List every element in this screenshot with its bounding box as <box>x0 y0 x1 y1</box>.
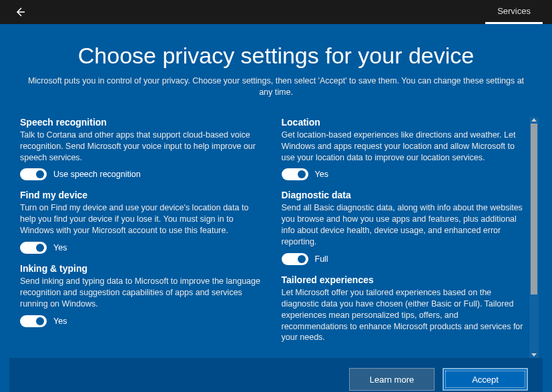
scrollbar-thumb[interactable] <box>531 124 537 295</box>
setting-description: Turn on Find my device and use your devi… <box>20 202 266 236</box>
toggle-row: Yes <box>282 168 527 180</box>
learn-more-button[interactable]: Learn more <box>349 368 435 391</box>
setting-location: Location Get location-based experiences … <box>282 117 527 181</box>
tab-services[interactable]: Services <box>485 0 543 24</box>
back-button[interactable] <box>12 4 28 20</box>
settings-left-column: Speech recognition Talk to Cortana and o… <box>20 117 266 359</box>
setting-description: Let Microsoft offer you tailored experie… <box>282 287 527 343</box>
setting-find-my-device: Find my device Turn on Find my device an… <box>20 190 266 254</box>
toggle-find-my-device[interactable] <box>20 242 47 254</box>
setting-title: Tailored experiences <box>282 274 527 285</box>
toggle-knob <box>298 170 306 178</box>
toggle-row: Yes <box>20 315 266 327</box>
setting-title: Location <box>282 117 527 128</box>
tab-strip: Services <box>485 0 543 24</box>
setting-title: Find my device <box>20 190 266 200</box>
page-title: Choose privacy settings for your device <box>23 43 529 69</box>
content-area: Choose privacy settings for your device … <box>0 24 552 392</box>
setting-title: Inking & typing <box>20 263 266 274</box>
arrow-left-icon <box>14 6 26 18</box>
setting-inking-typing: Inking & typing Send inking and typing d… <box>20 263 266 327</box>
accept-button[interactable]: Accept <box>443 368 528 391</box>
scrollbar-track[interactable] <box>529 124 539 352</box>
toggle-diagnostic-data[interactable] <box>282 253 308 265</box>
page-subtitle: Microsoft puts you in control of your pr… <box>23 75 529 98</box>
toggle-speech-recognition[interactable] <box>20 168 47 180</box>
toggle-row: Use speech recognition <box>20 168 266 180</box>
toggle-knob <box>36 317 44 325</box>
setting-description: Talk to Cortana and other apps that supp… <box>20 130 266 164</box>
toggle-row: Yes <box>20 242 266 254</box>
toggle-knob <box>36 170 44 178</box>
toggle-row: Full <box>282 253 527 265</box>
setting-title: Diagnostic data <box>282 190 527 200</box>
setting-description: Get location-based experiences like dire… <box>282 130 527 164</box>
toggle-label: Yes <box>315 170 328 179</box>
scrollbar <box>529 117 539 359</box>
settings-columns: Speech recognition Talk to Cortana and o… <box>20 117 529 359</box>
setting-description: Send all Basic diagnostic data, along wi… <box>282 202 527 248</box>
toggle-label: Full <box>315 254 328 264</box>
setting-title: Speech recognition <box>20 117 266 128</box>
toggle-knob <box>298 255 306 263</box>
setting-diagnostic-data: Diagnostic data Send all Basic diagnosti… <box>282 190 527 265</box>
toggle-knob <box>36 244 44 252</box>
settings-right-column: Location Get location-based experiences … <box>282 117 527 359</box>
settings-panel: Speech recognition Talk to Cortana and o… <box>9 117 543 359</box>
toggle-location[interactable] <box>282 168 308 180</box>
scroll-down-button[interactable] <box>531 353 537 357</box>
oobe-privacy-window: Services Choose privacy settings for you… <box>0 0 552 392</box>
toggle-inking-typing[interactable] <box>20 315 47 327</box>
titlebar: Services <box>0 0 552 24</box>
setting-description: Send inking and typing data to Microsoft… <box>20 276 266 310</box>
toggle-label: Use speech recognition <box>53 170 141 179</box>
toggle-label: Yes <box>53 243 67 252</box>
toggle-label: Yes <box>53 317 67 326</box>
setting-tailored-experiences: Tailored experiences Let Microsoft offer… <box>282 274 527 349</box>
setting-speech-recognition: Speech recognition Talk to Cortana and o… <box>20 117 266 181</box>
footer-bar: Learn more Accept <box>9 358 543 392</box>
scroll-up-button[interactable] <box>531 118 537 122</box>
page-header: Choose privacy settings for your device … <box>9 43 543 108</box>
